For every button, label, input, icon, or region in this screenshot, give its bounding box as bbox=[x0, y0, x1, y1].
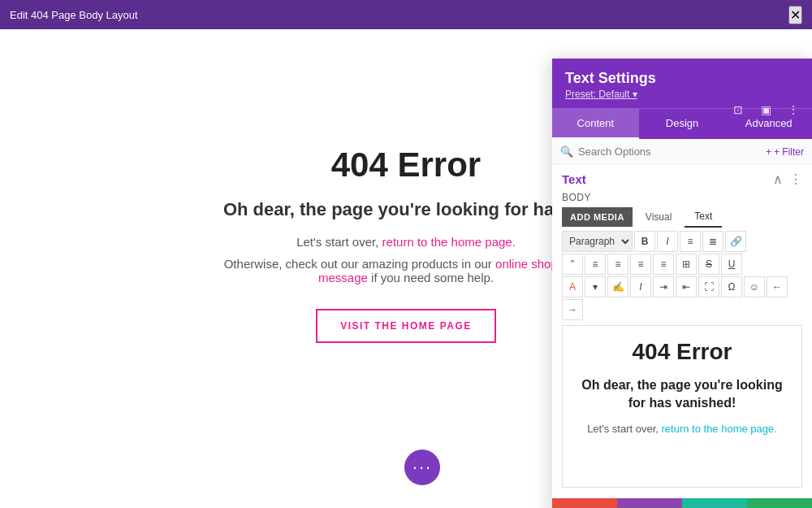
outdent-button[interactable]: ⇤ bbox=[676, 276, 697, 297]
unordered-list-button[interactable]: ≡ bbox=[680, 231, 701, 252]
table-button[interactable]: ⊞ bbox=[676, 254, 697, 275]
italic2-button[interactable]: I bbox=[630, 276, 651, 297]
fab-dots-button[interactable]: ··· bbox=[404, 449, 440, 485]
title-bar-close-button[interactable]: ✕ bbox=[788, 6, 802, 24]
text-menu-button[interactable]: ⋮ bbox=[789, 172, 802, 187]
canvas-line2: Otherwise, check out our amazing product… bbox=[224, 257, 589, 284]
fullscreen-button[interactable]: ⛶ bbox=[698, 276, 719, 297]
panel-preset: Preset: Default ▾ bbox=[565, 89, 799, 100]
editor-toolbar-top: ADD MEDIA Visual Text bbox=[562, 206, 802, 228]
search-input[interactable] bbox=[578, 145, 761, 158]
indent-button[interactable]: ⇥ bbox=[653, 276, 674, 297]
editor-toolbar-row1: Paragraph B I ≡ ≣ 🔗 bbox=[562, 231, 802, 252]
panel-footer: ✕ ↺ ↻ ✓ bbox=[552, 498, 812, 508]
search-bar: 🔍 + + Filter bbox=[552, 139, 812, 165]
text-color-button[interactable]: A bbox=[562, 276, 583, 297]
filter-plus-icon: + bbox=[766, 146, 771, 158]
editor-line1: Let's start over, return to the home pag… bbox=[576, 423, 788, 435]
tab-design[interactable]: Design bbox=[639, 109, 726, 139]
undo-button[interactable]: ↺ bbox=[617, 498, 682, 508]
panel-icon-screen[interactable]: ⊡ bbox=[728, 99, 749, 120]
cancel-button[interactable]: ✕ bbox=[552, 498, 617, 508]
view-tab-text[interactable]: Text bbox=[685, 206, 722, 228]
canvas-home-link[interactable]: return to the home page. bbox=[382, 235, 516, 249]
blockquote-button[interactable]: " bbox=[562, 254, 583, 275]
canvas-shop-link[interactable]: online shop bbox=[495, 257, 558, 271]
undo-btn2[interactable]: ← bbox=[767, 276, 788, 297]
highlight-button[interactable]: ✍ bbox=[607, 276, 628, 297]
panel-header: Text Settings Preset: Default ▾ ⊡ ▣ ⋮ bbox=[552, 59, 812, 108]
align-right-button[interactable]: ≡ bbox=[630, 254, 651, 275]
title-bar-text: Edit 404 Page Body Layout bbox=[10, 9, 138, 21]
editor-404-heading: 404 Error bbox=[576, 339, 788, 365]
text-section-header: Text ∧ ⋮ bbox=[562, 172, 802, 187]
canvas-message-link[interactable]: message bbox=[318, 271, 368, 284]
canvas-line1: Let's start over, return to the home pag… bbox=[296, 235, 516, 249]
view-tab-visual[interactable]: Visual bbox=[636, 207, 681, 227]
confirm-button[interactable]: ✓ bbox=[747, 498, 812, 508]
editor-toolbar-row3: A ▾ ✍ I ⇥ ⇤ ⛶ Ω ☺ ← → bbox=[562, 276, 802, 320]
bold-button[interactable]: B bbox=[634, 231, 655, 252]
panel-header-icons: ⊡ ▣ ⋮ bbox=[728, 99, 804, 120]
emoji-button[interactable]: ☺ bbox=[744, 276, 765, 297]
panel-title: Text Settings bbox=[565, 70, 799, 87]
tab-content[interactable]: Content bbox=[552, 109, 639, 139]
text-collapse-button[interactable]: ∧ bbox=[773, 172, 783, 187]
panel-icon-more[interactable]: ⋮ bbox=[783, 99, 804, 120]
body-label: Body bbox=[562, 192, 802, 203]
omega-button[interactable]: Ω bbox=[721, 276, 742, 297]
editor-toolbar-row2: " ≡ ≡ ≡ ≡ ⊞ S U bbox=[562, 254, 802, 275]
canvas-subtitle: Oh dear, the page you're looking for has… bbox=[223, 199, 589, 220]
text-section-label: Text bbox=[562, 172, 586, 186]
strikethrough-button[interactable]: S bbox=[698, 254, 719, 275]
panel-icon-layout[interactable]: ▣ bbox=[755, 99, 776, 120]
align-justify-button[interactable]: ≡ bbox=[653, 254, 674, 275]
text-color-dropdown[interactable]: ▾ bbox=[585, 276, 606, 297]
editor-content[interactable]: 404 Error Oh dear, the page you're looki… bbox=[562, 325, 802, 488]
align-center-button[interactable]: ≡ bbox=[607, 254, 628, 275]
redo-btn2[interactable]: → bbox=[562, 299, 583, 320]
settings-panel: Text Settings Preset: Default ▾ ⊡ ▣ ⋮ Co… bbox=[552, 59, 812, 508]
title-bar: Edit 404 Page Body Layout ✕ bbox=[0, 0, 812, 29]
link-button[interactable]: 🔗 bbox=[725, 231, 746, 252]
text-section: Text ∧ ⋮ Body ADD MEDIA Visual Text Para… bbox=[552, 165, 812, 498]
editor-subtitle: Oh dear, the page you're looking for has… bbox=[576, 376, 788, 413]
canvas-404-heading: 404 Error bbox=[331, 145, 481, 185]
ordered-list-button[interactable]: ≣ bbox=[702, 231, 723, 252]
italic-button[interactable]: I bbox=[657, 231, 678, 252]
editor-home-link[interactable]: return to the home page. bbox=[662, 423, 777, 435]
add-media-button[interactable]: ADD MEDIA bbox=[562, 207, 633, 227]
paragraph-select[interactable]: Paragraph bbox=[562, 231, 633, 252]
text-header-actions: ∧ ⋮ bbox=[773, 172, 802, 187]
align-left-button[interactable]: ≡ bbox=[585, 254, 606, 275]
redo-button[interactable]: ↻ bbox=[682, 498, 747, 508]
search-icon: 🔍 bbox=[560, 145, 573, 158]
underline-button[interactable]: U bbox=[721, 254, 742, 275]
visit-home-button[interactable]: VISIT THE HOME PAGE bbox=[316, 309, 496, 343]
filter-button[interactable]: + + Filter bbox=[766, 146, 804, 158]
